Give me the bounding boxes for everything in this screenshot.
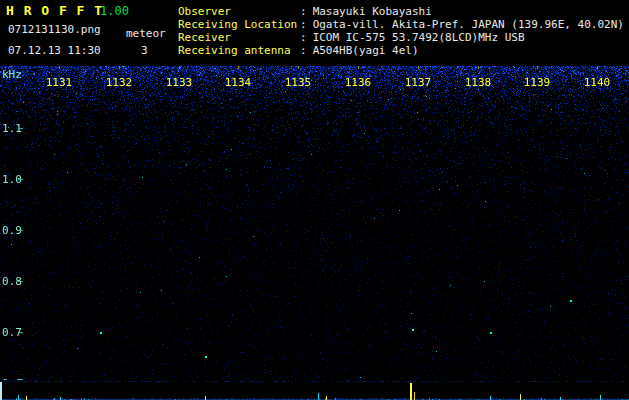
info-colon: :	[300, 5, 307, 18]
x-tick-label: 1137	[403, 76, 433, 89]
x-tick-label: 1135	[283, 76, 313, 89]
info-value: A504HB(yagi 4el)	[313, 44, 419, 57]
x-tick-label: 1134	[223, 76, 253, 89]
info-colon: :	[300, 31, 307, 44]
y-axis-unit: kHz	[2, 68, 22, 81]
info-label: Observer	[178, 5, 300, 18]
x-tick-mark	[597, 66, 598, 69]
info-colon: :	[300, 44, 307, 57]
y-tick-mark	[18, 332, 23, 333]
x-tick-mark	[59, 66, 60, 69]
info-row-receiver: Receiver : ICOM IC-575 53.7492(8LCD)MHz …	[178, 31, 624, 44]
x-tick-label: 1133	[164, 76, 194, 89]
info-label: Receiving Location	[178, 18, 300, 31]
y-tick-mark	[18, 179, 23, 180]
y-tick-mark	[18, 281, 23, 282]
x-tick-mark	[119, 66, 120, 69]
info-row-observer: Observer : Masayuki Kobayashi	[178, 5, 624, 18]
x-tick-label: 1140	[582, 76, 612, 89]
station-info: Observer : Masayuki Kobayashi Receiving …	[178, 5, 624, 57]
info-row-antenna: Receiving antenna : A504HB(yagi 4el)	[178, 44, 624, 57]
y-tick-mark	[18, 128, 23, 129]
x-tick-label: 1131	[44, 76, 74, 89]
signal-level-strip	[0, 380, 629, 400]
x-tick-label: 1132	[104, 76, 134, 89]
info-label: Receiver	[178, 31, 300, 44]
info-value: Ogata-vill. Akita-Pref. JAPAN (139.96E, …	[313, 18, 624, 31]
x-tick-mark	[418, 66, 419, 69]
x-tick-mark	[238, 66, 239, 69]
info-value: ICOM IC-575 53.7492(8LCD)MHz USB	[313, 31, 525, 44]
info-row-location: Receiving Location : Ogata-vill. Akita-P…	[178, 18, 624, 31]
x-tick-label: 1138	[463, 76, 493, 89]
mode-label: meteor	[126, 27, 166, 40]
output-filename: 0712131130.png	[8, 23, 101, 36]
info-colon: :	[300, 18, 307, 31]
x-tick-mark	[478, 66, 479, 69]
x-tick-mark	[298, 66, 299, 69]
x-tick-mark	[179, 66, 180, 69]
info-label: Receiving antenna	[178, 44, 300, 57]
x-tick-label: 1136	[343, 76, 373, 89]
spectrogram-panel: 1131 1132 1133 1134 1135 1136 1137 1138 …	[0, 66, 629, 380]
x-tick-mark	[358, 66, 359, 69]
y-tick-mark	[18, 230, 23, 231]
x-tick-label: 1139	[522, 76, 552, 89]
spectrogram-noise-canvas	[0, 66, 629, 380]
app-version: 1.00	[100, 4, 129, 18]
signal-level-canvas	[0, 380, 629, 400]
event-count: 3	[141, 44, 148, 57]
timestamp: 07.12.13 11:30	[8, 44, 101, 57]
app-title: H R O F F T	[6, 3, 103, 18]
x-tick-mark	[537, 66, 538, 69]
info-value: Masayuki Kobayashi	[313, 5, 432, 18]
